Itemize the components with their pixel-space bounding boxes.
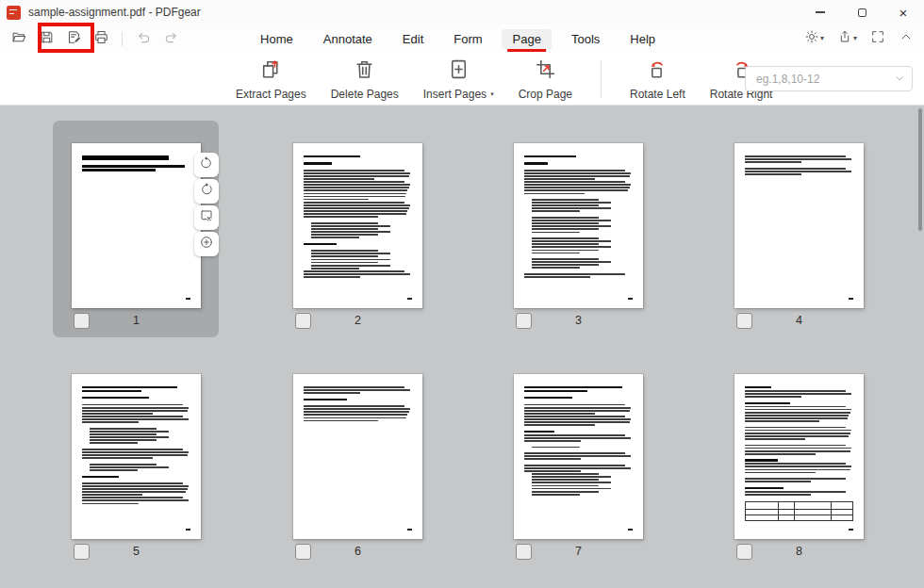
zoom-page-button[interactable] — [194, 232, 219, 256]
thumbnail-table — [745, 501, 853, 521]
collapse-toolbar-button[interactable] — [896, 27, 916, 50]
maximize-icon — [858, 8, 866, 17]
insert-pages-icon — [447, 57, 470, 85]
delete-page-button[interactable] — [194, 205, 219, 230]
page-range-input[interactable] — [745, 66, 913, 91]
extract-pages-icon — [259, 57, 283, 85]
page-thumbnail-7[interactable] — [514, 374, 643, 539]
tab-edit[interactable]: Edit — [392, 29, 434, 49]
rotate-left-button[interactable]: Rotate Left — [624, 56, 691, 103]
fullscreen-icon — [870, 29, 885, 48]
tab-tools[interactable]: Tools — [561, 29, 610, 49]
tab-form[interactable]: Form — [443, 29, 492, 49]
rotate-ccw-icon — [199, 155, 214, 174]
pdfgear-window: sample-assignment.pdf - PDFgear × HomeAn… — [0, 0, 924, 588]
ribbon-button-label: Rotate Left — [630, 88, 685, 101]
annotation-highlight-box — [38, 23, 94, 53]
page-thumbnail-6[interactable] — [293, 374, 422, 539]
page-thumbnail-5[interactable] — [72, 374, 201, 539]
print-button[interactable] — [91, 29, 110, 48]
caret-down-icon: ▾ — [853, 35, 857, 42]
page-number-label: 6 — [293, 544, 422, 560]
page-ribbon: Extract PagesDelete PagesInsert Pages▾Cr… — [0, 53, 924, 106]
chevron-down-icon[interactable] — [893, 72, 906, 85]
tab-page[interactable]: Page — [503, 29, 552, 49]
toolbar-separator — [122, 32, 123, 46]
page-number-label: 1 — [72, 313, 201, 329]
crop-page-button[interactable]: Crop Page — [513, 56, 578, 103]
ribbon-button-label: Delete Pages — [331, 88, 399, 101]
minimize-button[interactable] — [800, 0, 841, 24]
rotate-page-ccw-button[interactable] — [194, 153, 219, 177]
toolbar-row: HomeAnnotateEditFormPageToolsHelp ▾▾ — [0, 24, 924, 53]
page-thumbnail-1[interactable] — [72, 143, 201, 308]
page-thumbnail-grid: 12345678 — [0, 106, 924, 588]
caret-down-icon: ▾ — [490, 90, 494, 97]
page-number-label: 5 — [72, 544, 201, 560]
undo-button[interactable] — [134, 29, 153, 48]
insert-pages-button[interactable]: Insert Pages▾ — [418, 56, 500, 103]
ribbon-button-label: Crop Page — [519, 88, 572, 101]
share-button[interactable]: ▾ — [834, 27, 860, 50]
undo-icon — [136, 29, 152, 49]
ribbon-button-label: Extract Pages — [236, 88, 306, 101]
minimize-icon — [816, 11, 825, 12]
fullscreen-button[interactable] — [867, 27, 888, 50]
zoom-in-icon — [199, 235, 214, 253]
collapse-chevron-icon — [899, 29, 914, 48]
ribbon-button-label: Insert Pages — [423, 88, 487, 101]
extract-pages-button[interactable]: Extract Pages — [230, 56, 312, 103]
delete-pages-button[interactable]: Delete Pages — [325, 56, 404, 103]
quick-access-toolbar — [9, 24, 180, 53]
page-thumbnail-8[interactable] — [734, 374, 864, 539]
theme-icon — [804, 29, 819, 48]
open-file-button[interactable] — [9, 29, 28, 48]
page-number-label: 7 — [514, 544, 643, 560]
tab-home[interactable]: Home — [250, 29, 304, 49]
rotate-page-cw-button[interactable] — [194, 179, 219, 204]
crop-page-icon — [534, 57, 557, 85]
delete-page-icon — [199, 208, 214, 227]
pdfgear-logo-icon — [7, 6, 21, 20]
vertical-scrollbar[interactable] — [918, 108, 922, 231]
rotate-cw-icon — [199, 182, 214, 201]
redo-button[interactable] — [161, 29, 180, 48]
titlebar: sample-assignment.pdf - PDFgear × — [0, 0, 924, 24]
page-thumbnail-4[interactable] — [734, 143, 864, 308]
redo-icon — [163, 29, 179, 49]
page-range-combo — [745, 66, 913, 91]
caret-down-icon: ▾ — [820, 35, 824, 42]
ribbon-buttons: Extract PagesDelete PagesInsert Pages▾Cr… — [230, 56, 778, 103]
page-thumbnail-2[interactable] — [293, 143, 422, 308]
page-number-label: 3 — [514, 313, 643, 329]
close-icon: × — [899, 6, 908, 20]
print-icon — [93, 29, 109, 49]
open-file-icon — [11, 29, 27, 49]
delete-pages-icon — [353, 57, 376, 85]
page-number-label: 8 — [734, 544, 864, 560]
share-icon — [837, 29, 852, 48]
rotate-left-icon — [646, 57, 669, 85]
page-thumbnail-3[interactable] — [514, 143, 643, 308]
menu-tab-bar: HomeAnnotateEditFormPageToolsHelp — [250, 24, 666, 53]
ribbon-separator — [601, 60, 602, 98]
tab-help[interactable]: Help — [619, 29, 666, 49]
close-button[interactable]: × — [883, 0, 924, 24]
right-toolbar: ▾▾ — [801, 24, 916, 53]
window-title: sample-assignment.pdf - PDFgear — [28, 6, 201, 19]
page-number-label: 2 — [293, 313, 422, 329]
maximize-button[interactable] — [841, 0, 883, 24]
page-number-label: 4 — [734, 313, 864, 329]
tab-annotate[interactable]: Annotate — [313, 29, 383, 49]
window-controls: × — [800, 0, 924, 24]
theme-button[interactable]: ▾ — [801, 27, 827, 50]
